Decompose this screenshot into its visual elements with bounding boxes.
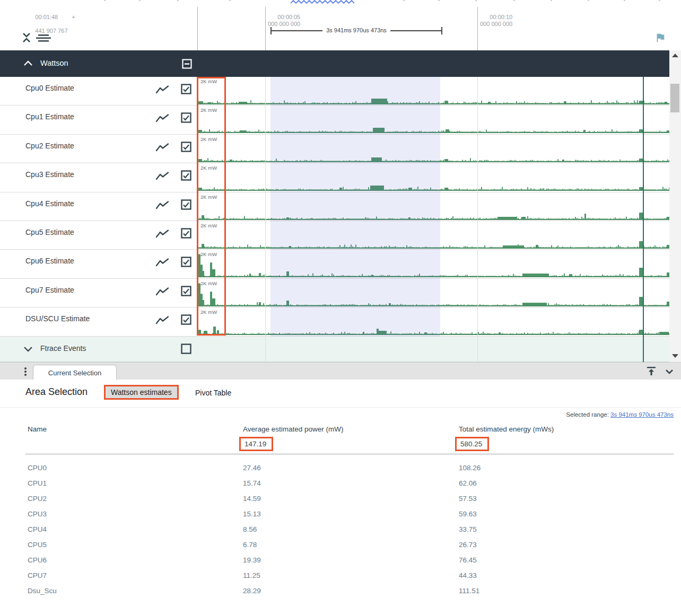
track-checkbox-checked[interactable] [181, 314, 191, 325]
timeline-cursor-line [643, 77, 644, 362]
cell-name: CPU7 [28, 571, 47, 579]
track-timeline[interactable]: 2K mW [198, 192, 669, 221]
scrollbar-thumb[interactable] [670, 84, 679, 112]
table-row[interactable]: CPU214.5957.53 [0, 491, 681, 506]
track-row[interactable]: Cpu0 Estimate 2K mW [0, 77, 669, 105]
track-row[interactable]: Cpu6 Estimate 2K mW [0, 250, 669, 278]
selected-range-duration: 3s 941ms 970us 473ns [322, 27, 390, 33]
chevron-down-icon[interactable] [23, 346, 33, 353]
cell-name: CPU1 [28, 479, 47, 487]
tab-current-selection[interactable]: Current Selection [33, 365, 117, 380]
selected-range-link[interactable]: 3s 941ms 970us 473ns [610, 411, 674, 418]
table-row[interactable]: CPU619.3976.45 [0, 552, 681, 568]
scroll-up-arrow[interactable] [672, 54, 678, 57]
track-row[interactable]: DSU/SCU Estimate 2K mW [0, 307, 669, 336]
track-timeline[interactable]: 2K mW [198, 105, 669, 134]
track-timeline[interactable]: 2K mW [198, 279, 669, 307]
track-row[interactable]: Cpu2 Estimate 2K mW [0, 135, 669, 163]
track-checkbox-checked[interactable] [181, 257, 191, 267]
scroll-down-arrow[interactable] [672, 354, 678, 358]
track-checkbox-checked[interactable] [181, 142, 191, 152]
table-row[interactable]: CPU711.2544.33 [0, 568, 681, 583]
table-row[interactable]: CPU115.7462.06 [0, 476, 681, 491]
cell-energy: 26.73 [459, 541, 477, 549]
track-group-ftrace[interactable]: Ftrace Events [0, 337, 669, 362]
table-row[interactable]: CPU315.1359.63 [0, 506, 681, 522]
track-group-label: Wattson [40, 59, 68, 67]
flag-icon[interactable] [654, 31, 666, 44]
track-scale-label: 2K mW [200, 223, 217, 228]
show-chart-icon[interactable] [155, 143, 169, 152]
track-label: Cpu4 Estimate [25, 199, 74, 208]
show-chart-icon[interactable] [155, 287, 169, 296]
show-chart-icon[interactable] [155, 171, 169, 181]
chevron-down-icon[interactable] [663, 365, 676, 378]
tab-wattson-estimates[interactable]: Wattson estimates [104, 385, 179, 400]
ruler-gridline [265, 7, 266, 50]
collapse-tracks-icon[interactable] [21, 32, 32, 43]
show-chart-icon[interactable] [155, 200, 169, 210]
track-label: Cpu6 Estimate [25, 257, 74, 265]
track-group-wattson[interactable]: Wattson [0, 50, 669, 77]
vertical-align-top-icon[interactable] [645, 365, 658, 378]
track-checkbox-checked[interactable] [181, 286, 191, 296]
table-header-row: Name Average estimated power (mW) Total … [0, 425, 681, 436]
track-row[interactable]: Cpu3 Estimate 2K mW [0, 163, 669, 192]
vertical-scrollbar[interactable] [669, 50, 681, 362]
selected-range-bracket: 3s 941ms 970us 473ns [270, 27, 442, 34]
track-checkbox-checked[interactable] [181, 199, 191, 210]
track-row[interactable]: Cpu7 Estimate 2K mW [0, 279, 669, 307]
cell-power: 19.39 [243, 556, 261, 564]
track-timeline[interactable]: 2K mW [198, 221, 669, 249]
show-chart-icon[interactable] [155, 229, 169, 239]
power-waveform [198, 221, 669, 249]
cell-name: CPU4 [28, 525, 47, 533]
track-scale-label: 2K mW [200, 309, 217, 315]
track-timeline[interactable]: 2K mW [198, 163, 669, 191]
cell-energy: 57.53 [459, 495, 477, 503]
show-chart-icon[interactable] [155, 85, 169, 94]
ruler-timestamp-right: 00:00:10000 000 000 [480, 7, 512, 34]
timeline-ruler[interactable]: 00:01:48+ 441 907 767 00:00:05000 000 00… [0, 0, 681, 50]
highlight-box-total-energy: 580.25 [455, 437, 489, 451]
track-scale-label: 2K mW [200, 107, 217, 113]
tab-pivot-table[interactable]: Pivot Table [195, 389, 231, 397]
show-chart-icon[interactable] [155, 113, 169, 123]
track-checkbox-checked[interactable] [181, 228, 191, 239]
track-timeline[interactable]: 2K mW [198, 250, 669, 278]
details-tab-bar: Current Selection [0, 362, 681, 380]
track-filter-icon[interactable] [35, 34, 52, 42]
track-label: Cpu1 Estimate [25, 112, 74, 121]
track-checkbox-unchecked[interactable] [181, 344, 191, 354]
track-checkbox-checked[interactable] [181, 84, 191, 94]
power-waveform [198, 279, 669, 307]
cell-name: CPU3 [28, 510, 47, 518]
track-checkbox-checked[interactable] [181, 170, 191, 181]
track-timeline[interactable]: 2K mW [198, 307, 669, 336]
table-row[interactable]: CPU56.7826.73 [0, 537, 681, 552]
table-row[interactable]: CPU48.5633.75 [0, 522, 681, 537]
group-checkbox-indeterminate[interactable] [182, 59, 192, 69]
track-timeline[interactable]: 2K mW [198, 77, 669, 105]
ruler-gridline [477, 7, 478, 50]
show-chart-icon[interactable] [155, 258, 169, 267]
track-scale-label: 2K mW [200, 165, 217, 171]
cell-energy: 62.06 [459, 479, 477, 487]
table-row[interactable]: Dsu_Scu28.29111.51 [0, 583, 681, 599]
tab-bar-menu-icon[interactable] [23, 366, 28, 377]
show-chart-icon[interactable] [155, 315, 169, 325]
track-scale-label: 2K mW [200, 194, 217, 200]
track-timeline[interactable]: 2K mW [198, 135, 669, 163]
chevron-up-icon[interactable] [23, 60, 33, 66]
cell-power: 8.56 [243, 525, 257, 533]
track-row[interactable]: Cpu5 Estimate 2K mW [0, 221, 669, 250]
track-label: DSU/SCU Estimate [25, 314, 90, 323]
cell-power: 11.25 [243, 571, 260, 579]
track-checkbox-checked[interactable] [181, 112, 191, 123]
track-row[interactable]: Cpu1 Estimate 2K mW [0, 105, 669, 134]
column-header-name: Name [28, 425, 47, 433]
track-panel: Wattson Cpu0 Estimate 2K mW Cpu1 Estimat… [0, 50, 681, 362]
table-row[interactable]: CPU027.46108.26 [0, 460, 681, 476]
power-waveform [198, 307, 669, 336]
track-row[interactable]: Cpu4 Estimate 2K mW [0, 192, 669, 221]
